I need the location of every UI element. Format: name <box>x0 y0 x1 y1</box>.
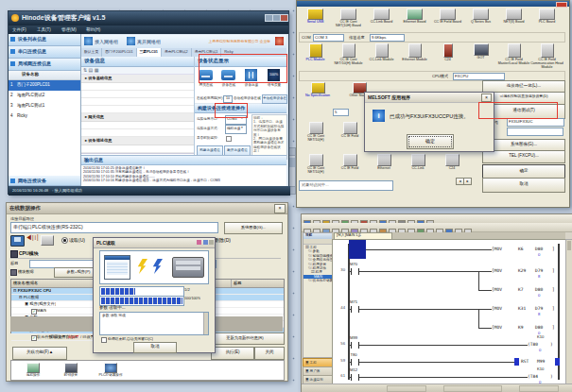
maximize-icon[interactable] <box>203 240 208 245</box>
interface-option[interactable]: Ethernet Board <box>398 9 431 24</box>
group-row[interactable]: ▸ 设备描述信息 <box>81 137 194 145</box>
menu-tools[interactable]: 工具(T) <box>37 27 51 33</box>
operand[interactable]: K31 <box>518 306 526 311</box>
operand[interactable]: K29 <box>518 268 526 273</box>
tel-button[interactable]: TEL (FXCPU)... <box>482 150 565 163</box>
radio-read[interactable] <box>61 237 68 244</box>
interface-option[interactable]: CC IE Field Master/Local Module <box>497 43 530 65</box>
interface-option[interactable]: Serial USB <box>299 9 332 24</box>
interface-option[interactable]: CC IE Field <box>333 154 367 170</box>
scroll-thumb[interactable] <box>288 158 295 167</box>
ladder-coil[interactable]: (T84 <box>528 374 538 379</box>
close-icon[interactable]: × <box>274 204 286 213</box>
check-icon[interactable]: ✓ <box>258 95 262 100</box>
manual-check-button[interactable]: 手动检测设备在线 <box>262 94 287 104</box>
operand[interactable]: D79 <box>535 306 543 311</box>
ladder-contact[interactable] <box>351 342 359 349</box>
interface-option[interactable]: No Specification <box>299 82 337 97</box>
column-header[interactable]: 标题 <box>232 280 284 287</box>
remote-operation-button[interactable]: 远程操作 <box>19 363 47 377</box>
interface-option[interactable]: PLC Board <box>530 9 563 24</box>
sidebar-section-devices[interactable]: 设备列表信息 <box>9 34 80 46</box>
interface-option[interactable]: NET(II) Board <box>497 9 530 24</box>
popup-titlebar[interactable]: MELSOFT 应用程序 × <box>365 93 494 103</box>
close-icon[interactable]: × <box>481 94 492 102</box>
tab-device-active[interactable]: 三菱PLC01 <box>137 48 162 57</box>
sidebar-section-lan[interactable]: 局域网连接信息 <box>9 59 80 71</box>
time-check-field[interactable]: 5 <box>333 109 349 116</box>
transfer-titlebar[interactable] <box>297 1 569 7</box>
operand[interactable]: M99 <box>537 359 545 364</box>
execute-button[interactable]: 执行(E) <box>211 347 254 360</box>
operand[interactable]: D80 <box>535 287 543 292</box>
scroll-up-icon[interactable] <box>288 148 295 156</box>
tab-device[interactable]: Ricky <box>221 48 235 57</box>
edit-cursor[interactable] <box>349 240 366 259</box>
interface-option[interactable]: CC IE Cont NET/10(H) <box>299 154 333 174</box>
property-grid-toolbar[interactable]: ⇅ ▤ ▦ <box>81 67 194 75</box>
close-button[interactable] <box>556 2 567 8</box>
scroll-thumb[interactable] <box>567 241 571 250</box>
pager-right-icon[interactable]: ▸ <box>463 178 472 185</box>
communication-test-button[interactable]: 通信测试(T) <box>482 104 565 119</box>
interface-option[interactable]: CC IE Field Communication Head Module <box>530 43 563 70</box>
instruction[interactable]: [MOV <box>492 287 502 292</box>
clock-setting-button[interactable]: 时钟设置 <box>57 363 85 377</box>
mode-select[interactable]: 编程连接 <box>225 125 247 134</box>
tab-home[interactable]: 默认主页 <box>81 48 102 57</box>
operand[interactable]: K9 <box>518 325 523 330</box>
interface-option[interactable]: C24 <box>435 154 469 170</box>
ladder-coil[interactable]: (T80 <box>528 342 538 347</box>
menu-manage[interactable]: 管理(M) <box>61 27 77 33</box>
interface-option[interactable]: CC-Link Module <box>365 43 398 61</box>
menu-file[interactable]: 文件(F) <box>12 27 26 33</box>
device-list-item[interactable]: 2 海南PLC测试2 <box>9 91 80 101</box>
cpu-mode-field[interactable]: FXCPU <box>453 73 505 80</box>
device-list-item[interactable]: 1 西门子200PLC01 <box>9 80 80 91</box>
cancel-button[interactable]: 取消 <box>133 342 177 353</box>
port-select[interactable]: COM3 <box>225 115 247 125</box>
instruction[interactable]: RST <box>521 359 529 364</box>
instruction[interactable]: [MOV <box>492 325 502 330</box>
device-list-item[interactable]: 4 Ricky <box>9 111 80 122</box>
popup-ok-button[interactable]: 确定 <box>407 134 454 149</box>
direct-connection-button[interactable]: 可编程控制器直接连接设置(D) <box>482 92 565 105</box>
tab-device[interactable]: 海南PLC测试2 <box>162 48 192 57</box>
interface-option[interactable]: CC IE Cont NET/10(H) Module <box>332 43 365 65</box>
plc-memory-button[interactable]: PLC存储器操作 <box>95 363 127 377</box>
interface-option[interactable]: Q Series Bus <box>464 9 497 24</box>
instruction[interactable]: [MOV <box>492 306 502 311</box>
tab-device[interactable]: 海南PLC测试1 <box>192 48 222 57</box>
operand[interactable]: D80 <box>535 247 543 251</box>
interface-option[interactable]: C24 <box>431 43 464 61</box>
close-icon[interactable] <box>209 240 214 245</box>
interface-option[interactable]: CC IE Cont NET(10H) Board <box>332 9 365 27</box>
com-field[interactable]: COM 3 <box>313 34 344 42</box>
minimize-icon[interactable] <box>197 240 201 245</box>
property-row[interactable]: 接口类型串口连接 <box>81 98 194 106</box>
interface-option[interactable]: PLC Module <box>299 43 332 61</box>
ladder-contact[interactable] <box>351 306 359 313</box>
monitor-checkbox[interactable] <box>226 136 232 142</box>
cancel-button[interactable]: 取消 <box>482 178 565 193</box>
chevron-down-icon[interactable]: ▾ <box>241 126 243 129</box>
chevron-down-icon[interactable]: ▾ <box>241 116 243 120</box>
connection-path-field[interactable]: 串行端口PLC模块连接(RS-232C) <box>10 222 218 233</box>
device-list-item[interactable]: 3 海南PLC测试1 <box>9 101 80 111</box>
interface-option[interactable]: CC IE Field <box>333 122 367 138</box>
property-row[interactable]: 网关通讯端口1989 <box>81 129 194 137</box>
property-row[interactable]: 网关IP12.0.0.2 <box>81 122 194 129</box>
instruction[interactable]: [MOV <box>492 268 502 273</box>
ladder-contact[interactable] <box>351 374 359 381</box>
interface-option[interactable]: CC IE Field Board <box>431 9 464 24</box>
menu-help[interactable]: 帮助(H) <box>86 27 100 33</box>
join-network-button[interactable]: 接入网络组 <box>95 39 118 44</box>
close-button[interactable] <box>280 14 288 22</box>
leave-network-icon[interactable] <box>127 37 135 45</box>
refresh-button[interactable]: 更新为最新的信息(R) <box>205 332 285 345</box>
baud-field[interactable]: 9.6Kbps <box>370 34 405 42</box>
scrollbar[interactable] <box>203 313 208 334</box>
interface-option[interactable]: CC-Link <box>401 154 435 170</box>
group-row[interactable]: ▸ 网关信息 <box>81 113 194 122</box>
cycle-value-field[interactable]: 10 <box>223 95 233 103</box>
